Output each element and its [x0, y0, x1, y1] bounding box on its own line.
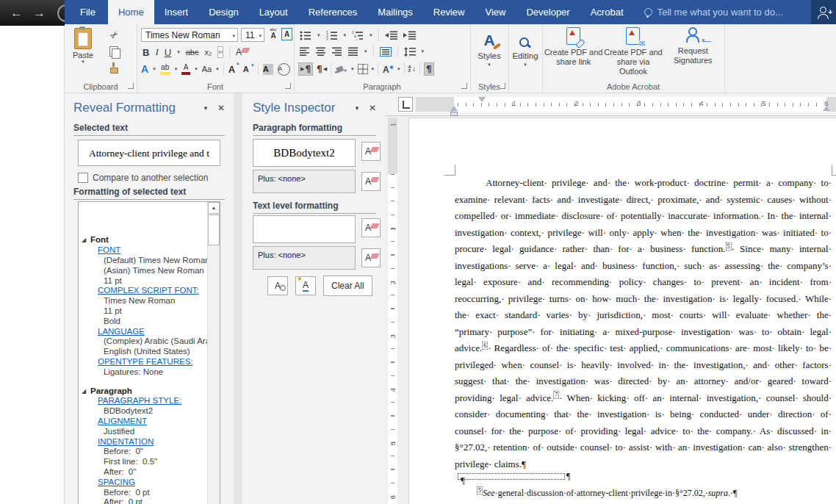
ribbon-tab[interactable]: Developer [516, 0, 580, 24]
format-tree-row[interactable]: After: 0" [79, 467, 207, 478]
font-name-dropdown-icon[interactable]: ▾ [232, 33, 235, 39]
forward-icon[interactable]: → [33, 7, 46, 19]
format-tree-row[interactable]: PARAGRAPH STYLE: [79, 396, 207, 406]
pane-menu-icon[interactable]: ▼ [203, 103, 209, 113]
scroll-up-icon[interactable]: ▲ [208, 202, 220, 214]
ribbon-tab[interactable]: View [475, 0, 516, 24]
first-line-indent-marker[interactable] [478, 97, 486, 102]
numbering-button[interactable]: 123 [326, 31, 338, 40]
decrease-indent-button[interactable] [385, 31, 397, 40]
multilevel-dropdown-icon[interactable]: ▾ [370, 33, 372, 37]
styles-button[interactable]: A Styles ▾ [472, 27, 507, 81]
reveal-formatting-button[interactable]: A [267, 276, 288, 295]
align-right-button[interactable] [332, 47, 342, 56]
clear-formatting-button[interactable]: A [236, 47, 248, 57]
text-effects-button[interactable]: A [141, 63, 148, 75]
align-center-button[interactable] [316, 47, 326, 56]
scrollbar-thumb[interactable] [208, 215, 220, 245]
horizontal-ruler[interactable]: 123456 [416, 97, 836, 112]
format-tree-row[interactable]: English (United States) [79, 347, 207, 357]
clear-all-button[interactable]: Clear All [323, 276, 372, 296]
format-tree-row[interactable]: COMPLEX SCRIPT FONT: [79, 286, 207, 296]
ribbon-tab[interactable]: Insert [154, 0, 199, 24]
asian-layout-button[interactable]: A✱ [382, 64, 394, 74]
superscript-button[interactable]: x² [217, 46, 223, 58]
grow-font-button[interactable]: A [228, 64, 239, 75]
tree-scrollbar[interactable]: ▲ [207, 202, 220, 504]
subscript-button[interactable]: x₂ [204, 48, 212, 57]
ribbon-tab[interactable]: Mailings [367, 0, 423, 24]
paste-button[interactable]: Paste ▾ [68, 27, 98, 80]
format-tree-row[interactable]: Paragraph [79, 386, 207, 397]
pane-menu-icon[interactable]: ▼ [354, 103, 360, 113]
editing-button[interactable]: Editing ▾ [510, 27, 541, 81]
back-icon[interactable]: ← [10, 7, 23, 19]
footnote-1[interactable]: 5See·general·discussion·of·attorney-clie… [455, 487, 836, 497]
character-border-button[interactable]: A [281, 28, 292, 40]
change-case-dropdown-icon[interactable]: ▾ [216, 67, 219, 71]
italic-button[interactable]: I [155, 46, 158, 58]
font-size-dropdown-icon[interactable]: ▾ [259, 33, 262, 39]
reset-paragraph-style-button[interactable]: A [361, 142, 381, 161]
format-tree-row[interactable]: First line: 0.5" [79, 457, 207, 467]
editing-dropdown-icon[interactable]: ▾ [510, 62, 541, 68]
strikethrough-button[interactable]: abc [186, 48, 199, 57]
shading-dropdown-icon[interactable]: ▾ [351, 67, 354, 71]
request-signatures-button[interactable]: x~~~ Request Signatures [663, 27, 723, 81]
format-tree-row[interactable]: Bold [79, 317, 207, 327]
format-tree-row[interactable]: INDENTATION [79, 437, 207, 447]
sort-button[interactable]: AZ↓ [408, 65, 416, 73]
ribbon-tab[interactable]: Home [108, 0, 154, 24]
phonetic-guide-button[interactable]: abcA [267, 27, 279, 42]
left-to-right-button[interactable]: ▶¶ [298, 62, 313, 76]
enclose-characters-button[interactable]: A [278, 63, 290, 76]
character-shading-button[interactable]: A [263, 64, 273, 75]
clipboard-dialog-launcher-icon[interactable] [128, 83, 134, 89]
ribbon-tab[interactable]: Design [198, 0, 248, 24]
numbering-dropdown-icon[interactable]: ▾ [344, 33, 347, 37]
right-indent-marker[interactable] [823, 106, 830, 111]
clear-text-plus-button[interactable]: A [361, 248, 381, 267]
font-size-combobox[interactable]: 11 ▾ [241, 28, 264, 42]
paragraph-dialog-launcher-icon[interactable] [461, 83, 467, 89]
underline-dropdown-icon[interactable]: ▾ [177, 50, 180, 54]
format-tree-row[interactable]: FONT [79, 245, 207, 256]
styles-dialog-launcher-icon[interactable] [500, 83, 505, 89]
bold-button[interactable]: B [143, 47, 149, 58]
new-style-button[interactable]: A [295, 276, 316, 295]
format-tree-row[interactable]: Justified [79, 427, 207, 437]
format-tree-row[interactable]: 11 pt [79, 276, 207, 287]
close-icon[interactable]: ✕ [217, 103, 225, 113]
hanging-indent-marker[interactable] [450, 106, 458, 111]
line-spacing-dropdown-icon[interactable]: ▾ [422, 49, 425, 54]
copy-button[interactable] [103, 45, 125, 57]
ribbon-tab[interactable]: Acrobat [580, 0, 634, 24]
format-tree-row[interactable]: LANGUAGE [79, 327, 207, 337]
left-indent-marker[interactable] [450, 112, 458, 116]
highlight-dropdown-icon[interactable]: ▾ [175, 67, 178, 71]
format-tree-row[interactable]: (Default) Times New Roman [79, 256, 207, 266]
create-pdf-share-link-button[interactable]: Create PDF and share link [544, 27, 603, 81]
font-color-dropdown-icon[interactable]: ▾ [195, 67, 198, 71]
right-to-left-button[interactable]: ¶◀ [317, 64, 327, 74]
show-hide-formatting-button[interactable]: ¶ [424, 62, 434, 76]
checkbox-icon[interactable] [78, 173, 88, 183]
justify-dropdown-icon[interactable]: ▾ [364, 49, 367, 54]
format-tree-row[interactable]: Before: 0" [79, 447, 207, 457]
format-tree-row[interactable]: (Complex) Arabic (Saudi Arabia) [79, 336, 207, 347]
tab-selector[interactable] [398, 97, 413, 112]
format-tree-row[interactable]: Before: 0 pt [79, 488, 207, 498]
format-tree-row[interactable]: Ligatures: None [79, 367, 207, 378]
document-paragraph[interactable]: Attorney-client· privilege· and· the· wo… [455, 175, 832, 472]
create-pdf-outlook-button[interactable]: ✉ Create PDF and share via Outlook [603, 27, 663, 81]
styles-dropdown-icon[interactable]: ▾ [472, 62, 507, 68]
text-effects-dropdown-icon[interactable]: ▾ [153, 67, 156, 71]
ribbon-tab[interactable]: Review [423, 0, 475, 24]
vertical-ruler[interactable]: 1 123456 [388, 118, 397, 504]
font-name-combobox[interactable]: Times New Roman ▾ [141, 28, 238, 42]
format-tree-row[interactable]: After: 0 pt [79, 497, 207, 504]
multilevel-list-button[interactable]: 1ai [352, 31, 364, 40]
font-dialog-launcher-icon[interactable] [285, 83, 291, 89]
close-icon[interactable]: ✕ [369, 103, 376, 113]
format-tree-row[interactable]: 11 pt [79, 306, 207, 317]
